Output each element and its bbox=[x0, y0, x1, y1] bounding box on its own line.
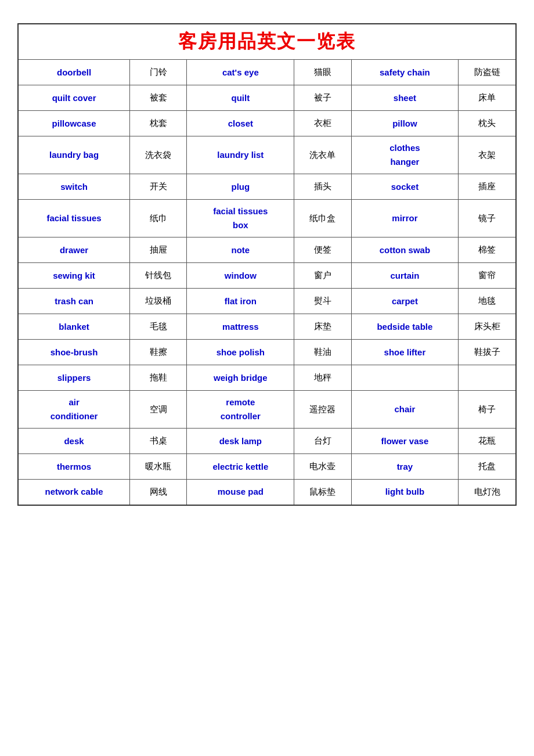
zh-term: 托盘 bbox=[478, 462, 496, 471]
cell-zh-8-0: 垃圾桶 bbox=[130, 289, 187, 314]
cell-en-5-2: mirror bbox=[351, 200, 459, 237]
en-term: drawer bbox=[60, 245, 88, 255]
en-term: socket bbox=[391, 182, 419, 192]
zh-term: 地秤 bbox=[314, 373, 331, 382]
en-term: facial tissues bbox=[46, 213, 101, 223]
zh-term: 防盗链 bbox=[474, 67, 500, 77]
cell-zh-2-2: 枕头 bbox=[459, 111, 516, 136]
cell-en-13-1: desk lamp bbox=[187, 429, 294, 454]
zh-term: 熨斗 bbox=[314, 296, 331, 305]
zh-term: 洗衣袋 bbox=[145, 150, 171, 160]
cell-zh-10-1: 鞋油 bbox=[294, 340, 351, 365]
zh-term: 棉签 bbox=[478, 245, 496, 254]
en-term: quilt bbox=[232, 93, 250, 103]
cell-en-10-0: shoe-brush bbox=[18, 340, 130, 365]
cell-zh-3-0: 洗衣袋 bbox=[130, 136, 187, 174]
cell-en-9-2: bedside table bbox=[351, 314, 459, 340]
cell-en-0-1: cat's eye bbox=[187, 60, 294, 85]
cell-en-3-1: laundry list bbox=[187, 136, 294, 174]
zh-term: 便签 bbox=[314, 245, 331, 254]
cell-zh-1-0: 被套 bbox=[130, 85, 187, 111]
table-row: facial tissues纸巾facial tissuesbox纸巾盒mirr… bbox=[18, 200, 516, 237]
en-term: pillowcase bbox=[52, 118, 96, 128]
table-row: thermos暖水瓶electric kettle电水壶tray托盘 bbox=[18, 454, 516, 480]
table-row: pillowcase枕套closet衣柜pillow枕头 bbox=[18, 111, 516, 136]
zh-term: 纸巾盒 bbox=[309, 214, 335, 223]
cell-zh-10-0: 鞋擦 bbox=[130, 340, 187, 365]
cell-zh-9-2: 床头柜 bbox=[459, 314, 516, 340]
cell-en-3-2: clotheshanger bbox=[351, 136, 459, 174]
zh-term: 门铃 bbox=[150, 67, 167, 77]
cell-zh-5-2: 镜子 bbox=[459, 200, 516, 237]
en-term: laundry list bbox=[217, 150, 264, 160]
cell-zh-8-2: 地毯 bbox=[459, 289, 516, 314]
cell-zh-0-1: 猫眼 bbox=[294, 60, 351, 85]
zh-term: 拖鞋 bbox=[150, 373, 167, 382]
en-term: note bbox=[232, 245, 250, 255]
zh-term: 纸巾 bbox=[150, 214, 167, 223]
cell-en-6-1: note bbox=[187, 237, 294, 263]
cell-zh-7-1: 窗户 bbox=[294, 263, 351, 289]
cell-zh-12-0: 空调 bbox=[130, 391, 187, 429]
cell-en-2-1: closet bbox=[187, 111, 294, 136]
en-term: flat iron bbox=[225, 296, 257, 306]
cell-zh-2-0: 枕套 bbox=[130, 111, 187, 136]
table-row: sewing kit针线包window窗户curtain窗帘 bbox=[18, 263, 516, 289]
cell-en-14-1: electric kettle bbox=[187, 454, 294, 480]
cell-en-8-1: flat iron bbox=[187, 289, 294, 314]
en-term: electric kettle bbox=[212, 462, 268, 471]
en-term: safety chain bbox=[380, 67, 430, 77]
en-term: remote bbox=[226, 397, 255, 407]
cell-zh-10-2: 鞋拔子 bbox=[459, 340, 516, 365]
table-row: trash can垃圾桶flat iron熨斗carpet地毯 bbox=[18, 289, 516, 314]
cell-zh-4-1: 插头 bbox=[294, 174, 351, 200]
en-term: air bbox=[68, 397, 79, 407]
zh-term: 床单 bbox=[478, 93, 496, 102]
zh-term: 网线 bbox=[150, 487, 167, 496]
cell-en-12-0: airconditioner bbox=[18, 391, 130, 429]
zh-term: 插座 bbox=[478, 182, 496, 191]
cell-en-1-2: sheet bbox=[351, 85, 459, 111]
cell-en-11-2 bbox=[351, 365, 459, 391]
cell-zh-1-2: 床单 bbox=[459, 85, 516, 111]
zh-term: 镜子 bbox=[478, 214, 496, 223]
zh-term: 床头柜 bbox=[474, 322, 500, 331]
zh-term: 暖水瓶 bbox=[145, 462, 171, 471]
en-term: thermos bbox=[57, 462, 91, 471]
en-term: desk lamp bbox=[219, 436, 262, 446]
cell-en-12-2: chair bbox=[351, 391, 459, 429]
en-term: bedside table bbox=[377, 322, 432, 332]
cell-en-0-2: safety chain bbox=[351, 60, 459, 85]
cell-zh-12-2: 椅子 bbox=[459, 391, 516, 429]
cell-zh-11-2 bbox=[459, 365, 516, 391]
cell-en-7-2: curtain bbox=[351, 263, 459, 289]
table-row: laundry bag洗衣袋laundry list洗衣单clotheshang… bbox=[18, 136, 516, 174]
zh-term: 枕头 bbox=[478, 118, 496, 128]
en-term: sewing kit bbox=[53, 271, 95, 280]
table-row: blanket毛毯mattress床垫bedside table床头柜 bbox=[18, 314, 516, 340]
zh-term: 猫眼 bbox=[314, 67, 331, 77]
cell-zh-11-0: 拖鞋 bbox=[130, 365, 187, 391]
cell-en-10-1: shoe polish bbox=[187, 340, 294, 365]
cell-zh-9-1: 床垫 bbox=[294, 314, 351, 340]
zh-term: 窗户 bbox=[314, 271, 331, 280]
en-term: weigh bridge bbox=[214, 373, 268, 383]
cell-en-14-0: thermos bbox=[18, 454, 130, 480]
en-term: closet bbox=[228, 118, 253, 128]
en-term: mattress bbox=[222, 322, 259, 332]
en-term: switch bbox=[60, 182, 88, 192]
cell-zh-14-2: 托盘 bbox=[459, 454, 516, 480]
en-term: clothes bbox=[389, 143, 420, 153]
cell-zh-4-2: 插座 bbox=[459, 174, 516, 200]
en-term: facial tissues bbox=[213, 206, 268, 216]
zh-term: 遥控器 bbox=[309, 405, 335, 414]
cell-en-7-0: sewing kit bbox=[18, 263, 130, 289]
cell-zh-6-0: 抽屉 bbox=[130, 237, 187, 263]
en-term: conditioner bbox=[50, 411, 98, 421]
cell-zh-15-2: 电灯泡 bbox=[459, 480, 516, 505]
cell-en-13-0: desk bbox=[18, 429, 130, 454]
cell-en-1-1: quilt bbox=[187, 85, 294, 111]
en-term: cotton swab bbox=[380, 245, 431, 255]
en-term: doorbell bbox=[57, 67, 91, 77]
zh-term: 被套 bbox=[150, 93, 167, 102]
